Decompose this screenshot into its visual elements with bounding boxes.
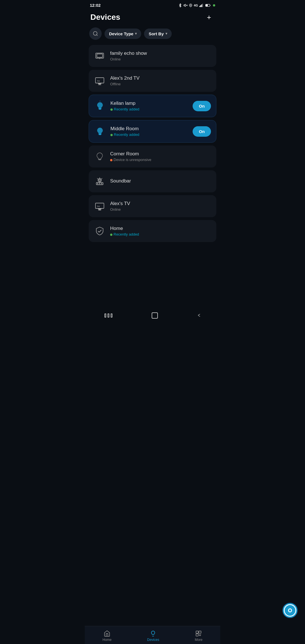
device-item-kellan-lamp[interactable]: Kellan lamp Recently added On [89,95,216,117]
status-dot [110,159,112,161]
battery-charging-dot [213,4,215,6]
svg-line-12 [97,35,98,36]
device-item-home[interactable]: Home Recently added [89,220,216,242]
device-name: Alex's 2nd TV [110,75,211,81]
svg-rect-37 [98,208,101,209]
bulb-off-icon [94,151,106,162]
device-item-corner-room[interactable]: Corner Room Device is unresponsive [89,145,216,167]
add-device-button[interactable]: + [203,12,215,23]
filter-row: Device Type ▾ Sort By ▾ [85,27,220,45]
network-label: 4G [194,4,198,7]
svg-rect-7 [202,4,203,7]
svg-point-3 [190,5,191,5]
device-type-filter[interactable]: Device Type ▾ [104,29,141,39]
location-icon [189,3,192,7]
svg-point-29 [98,179,101,182]
svg-point-32 [97,183,98,184]
nav-item-devices[interactable]: Devices [141,629,165,643]
device-name: family echo show [110,51,211,56]
device-item-middle-room[interactable]: Middle Room Recently added On [89,120,216,143]
device-item-alexs-2nd-tv[interactable]: fire Alex's 2nd TV Offline [89,70,216,92]
devices-nav-label: Devices [147,638,159,642]
svg-rect-5 [200,5,201,7]
status-dot [110,234,112,236]
svg-rect-6 [201,4,202,7]
svg-text:fire: fire [97,80,100,82]
fire-tv-icon: fire [94,75,106,87]
device-info: Alex's 2nd TV Offline [110,75,211,86]
device-item-family-echo-show[interactable]: family echo show Online [89,45,216,67]
device-name: Soundbar [110,178,211,184]
device-info: Soundbar [110,178,211,185]
signal-icon [199,4,204,7]
device-name: Kellan lamp [110,101,188,106]
svg-rect-43 [196,631,198,633]
status-dot [110,108,113,111]
svg-rect-14 [97,54,103,57]
home-nav-label: Home [103,638,112,642]
page-title: Devices [90,13,120,22]
device-status: Recently added [110,132,188,137]
svg-marker-0 [184,4,185,6]
page-header: Devices + [85,9,220,27]
echo-show-icon [94,50,106,62]
svg-point-34 [101,183,102,184]
device-info: Middle Room Recently added [110,126,188,137]
chevron-down-icon: ▾ [165,32,167,36]
device-info: Home Recently added [110,226,211,236]
nav-item-more[interactable]: More [189,629,208,643]
bottom-navigation: Home Devices More [85,626,220,644]
fire-tv-icon: fire [94,200,106,212]
nav-item-home[interactable]: Home [97,629,117,643]
device-status: Device is unresponsive [110,158,211,162]
device-info: Alex's TV Online [110,201,211,212]
battery-icon [205,4,211,7]
device-name: Corner Room [110,151,211,157]
shield-icon [94,225,106,237]
bulb-nav-icon [150,630,156,637]
back-icon[interactable]: < [198,312,200,319]
device-info: Kellan lamp Recently added [110,101,188,111]
svg-point-33 [99,183,100,184]
status-time: 12:02 [90,3,101,8]
svg-rect-4 [199,6,200,7]
device-status: Offline [110,82,211,86]
device-type-label: Device Type [109,31,133,36]
search-icon [93,31,98,36]
bulb-on-icon [94,125,106,137]
device-list: family echo show Online fire Alex's 2nd … [85,45,220,270]
sort-by-filter[interactable]: Sort By ▾ [144,29,171,39]
system-navigation: < [85,310,220,324]
more-nav-icon [195,630,202,637]
bulb-on-icon [94,100,106,112]
device-item-alexs-tv[interactable]: fire Alex's TV Online [89,195,216,217]
device-status: Recently added [110,107,188,111]
svg-rect-19 [98,83,101,84]
device-status: Online [110,57,211,61]
status-bar: 12:02 4G [85,0,220,9]
device-name: Alex's TV [110,201,211,206]
toggle-on-button[interactable]: On [193,101,211,111]
svg-point-30 [99,179,101,181]
svg-point-11 [93,32,97,35]
status-dot [110,134,113,136]
status-icons: 4G [178,3,215,7]
bluetooth-icon [178,3,182,7]
sort-by-label: Sort By [149,31,164,36]
svg-rect-10 [206,5,208,6]
more-nav-label: More [195,638,202,642]
device-info: Corner Room Device is unresponsive [110,151,211,162]
device-name: Middle Room [110,126,188,132]
svg-rect-44 [199,631,201,633]
home-nav-icon [104,630,110,637]
recent-apps-icon[interactable] [104,314,112,317]
home-system-icon[interactable] [152,312,158,319]
device-name: Home [110,226,211,231]
device-item-soundbar[interactable]: Soundbar [89,170,216,192]
device-status: Online [110,207,211,212]
search-button[interactable] [89,27,102,40]
svg-text:fire: fire [97,205,100,207]
soundbar-icon [94,175,106,187]
chevron-down-icon: ▾ [135,32,137,36]
toggle-on-button[interactable]: On [193,126,211,137]
